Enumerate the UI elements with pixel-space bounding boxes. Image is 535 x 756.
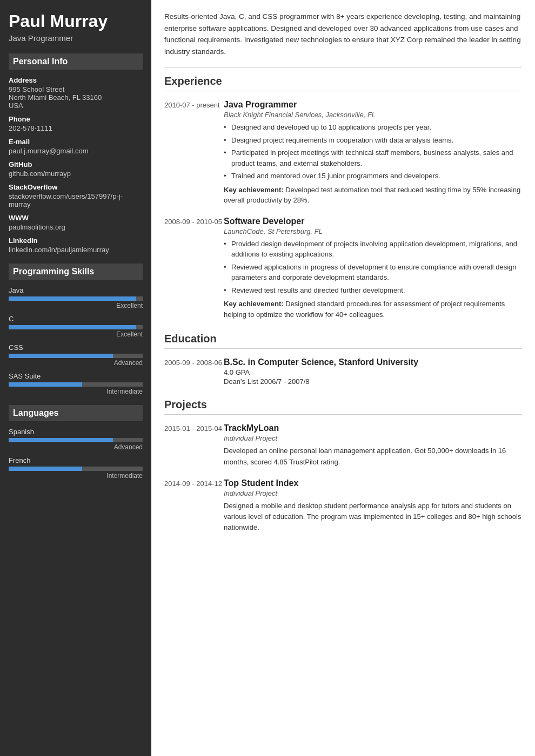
- languages-list: Spanish Advanced French Intermediate: [9, 428, 143, 480]
- language-bar-bg: [9, 467, 143, 471]
- experience-heading: Experience: [164, 75, 522, 91]
- entry-date: 2008-09 - 2010-05: [164, 217, 224, 320]
- www-value: paulmsolitions.org: [9, 223, 143, 231]
- entry-subtitle: Black Knight Financial Services, Jackson…: [224, 111, 522, 119]
- projects-heading: Projects: [164, 399, 522, 415]
- entry-subtitle: Individual Project: [224, 434, 522, 442]
- main-content: Results-oriented Java, C, and CSS progra…: [151, 0, 535, 756]
- experience-entries: 2010-07 - present Java Programmer Black …: [164, 100, 522, 320]
- skill-level: Excellent: [9, 330, 143, 338]
- bullet-item: Provided design development of projects …: [224, 239, 522, 260]
- entry-gpa: 4.0 GPA: [224, 368, 522, 376]
- education-entries: 2005-09 - 2008-06 B.Sc. in Computer Scie…: [164, 357, 522, 386]
- linkedin-value: linkedin.com/in/pauljamiemurray: [9, 246, 143, 254]
- www-label: WWW: [9, 214, 143, 222]
- entry-title: TrackMyLoan: [224, 423, 522, 433]
- github-label: GitHub: [9, 160, 143, 168]
- projects-section: Projects 2015-01 - 2015-04 TrackMyLoan I…: [164, 399, 522, 533]
- skill-level: Advanced: [9, 359, 143, 367]
- entry-title: Java Programmer: [224, 100, 522, 110]
- skill-bar-bg: [9, 354, 143, 358]
- entry-content: Top Student Index Individual Project Des…: [224, 478, 522, 533]
- education-entry: 2005-09 - 2008-06 B.Sc. in Computer Scie…: [164, 357, 522, 386]
- language-bar-fill: [9, 438, 113, 442]
- stackoverflow-label: StackOverflow: [9, 183, 143, 191]
- language-bar-bg: [9, 438, 143, 442]
- entry-content: Java Programmer Black Knight Financial S…: [224, 100, 522, 206]
- entry-content: TrackMyLoan Individual Project Developed…: [224, 423, 522, 467]
- project-entry: 2014-09 - 2014-12 Top Student Index Indi…: [164, 478, 522, 533]
- person-name: Paul Murray: [9, 11, 143, 31]
- entry-content: Software Developer LaunchCode, St Peters…: [224, 217, 522, 320]
- entry-title: Top Student Index: [224, 478, 522, 488]
- sidebar: Paul Murray Java Programmer Personal Inf…: [0, 0, 151, 756]
- education-heading: Education: [164, 333, 522, 349]
- phone-value: 202-578-1111: [9, 124, 143, 132]
- language-level: Intermediate: [9, 472, 143, 480]
- skill-bar-bg: [9, 296, 143, 301]
- skills-heading: Programming Skills: [9, 264, 143, 280]
- bullet-item: Participated in project meetings with te…: [224, 147, 522, 168]
- entry-content: B.Sc. in Computer Science, Stanford Univ…: [224, 357, 522, 386]
- experience-entry: 2010-07 - present Java Programmer Black …: [164, 100, 522, 206]
- entry-bullets: Designed and developed up to 10 applicat…: [224, 122, 522, 181]
- personal-info-heading: Personal Info: [9, 53, 143, 70]
- bullet-item: Designed project requirements in coopera…: [224, 135, 522, 146]
- skill-name: CSS: [9, 343, 143, 352]
- skill-bar-bg: [9, 325, 143, 329]
- stackoverflow-value: stackoverflow.com/users/157997/p-j-murra…: [9, 192, 143, 208]
- bullet-item: Designed and developed up to 10 applicat…: [224, 122, 522, 133]
- skills-list: Java Excellent C Excellent CSS Advanced …: [9, 286, 143, 395]
- key-achievement: Key achievement: Developed test automati…: [224, 185, 522, 206]
- skill-bar-fill: [9, 382, 82, 387]
- skill-bar-fill: [9, 296, 136, 301]
- skill-name: Java: [9, 286, 143, 294]
- language-name: French: [9, 456, 143, 464]
- entry-desc: Developed an online personal loan manage…: [224, 446, 522, 467]
- skill-level: Intermediate: [9, 388, 143, 395]
- bullet-item: Trained and mentored over 15 junior prog…: [224, 171, 522, 181]
- entry-date: 2010-07 - present: [164, 100, 224, 206]
- github-value: github.com/murrayp: [9, 170, 143, 178]
- projects-entries: 2015-01 - 2015-04 TrackMyLoan Individual…: [164, 423, 522, 533]
- entry-subtitle: LaunchCode, St Petersburg, FL: [224, 227, 522, 235]
- address-label: Address: [9, 76, 143, 84]
- language-name: Spanish: [9, 428, 143, 436]
- experience-entry: 2008-09 - 2010-05 Software Developer Lau…: [164, 217, 522, 320]
- address-line3: USA: [9, 102, 143, 110]
- entry-date: 2005-09 - 2008-06: [164, 357, 224, 386]
- linkedin-label: LinkedIn: [9, 237, 143, 245]
- entry-subtitle: Individual Project: [224, 489, 522, 497]
- address-line2: North Miami Beach, FL 33160: [9, 93, 143, 102]
- skill-bar-fill: [9, 354, 113, 358]
- language-bar-fill: [9, 467, 82, 471]
- bullet-item: Reviewed test results and directed furth…: [224, 285, 522, 296]
- languages-heading: Languages: [9, 405, 143, 421]
- bullet-item: Reviewed applications in progress of dev…: [224, 262, 522, 283]
- email-value: paul.j.murray@gmail.com: [9, 147, 143, 155]
- entry-title: B.Sc. in Computer Science, Stanford Univ…: [224, 357, 522, 367]
- skill-name: SAS Suite: [9, 372, 143, 380]
- email-label: E-mail: [9, 138, 143, 146]
- education-section: Education 2005-09 - 2008-06 B.Sc. in Com…: [164, 333, 522, 386]
- address-line1: 995 School Street: [9, 85, 143, 93]
- skill-level: Excellent: [9, 302, 143, 309]
- entry-date: 2015-01 - 2015-04: [164, 423, 224, 467]
- phone-label: Phone: [9, 115, 143, 123]
- language-level: Advanced: [9, 443, 143, 451]
- experience-section: Experience 2010-07 - present Java Progra…: [164, 75, 522, 320]
- entry-date: 2014-09 - 2014-12: [164, 478, 224, 533]
- key-achievement: Key achievement: Designed standard proce…: [224, 299, 522, 320]
- entry-deans-list: Dean's List 2006/7 - 2007/8: [224, 377, 522, 386]
- entry-title: Software Developer: [224, 217, 522, 226]
- summary-text: Results-oriented Java, C, and CSS progra…: [164, 11, 522, 57]
- project-entry: 2015-01 - 2015-04 TrackMyLoan Individual…: [164, 423, 522, 467]
- person-title: Java Programmer: [9, 33, 143, 43]
- entry-desc: Designed a mobile and desktop student pe…: [224, 501, 522, 533]
- skill-bar-bg: [9, 382, 143, 387]
- skill-bar-fill: [9, 325, 136, 329]
- skill-name: C: [9, 315, 143, 323]
- entry-bullets: Provided design development of projects …: [224, 239, 522, 296]
